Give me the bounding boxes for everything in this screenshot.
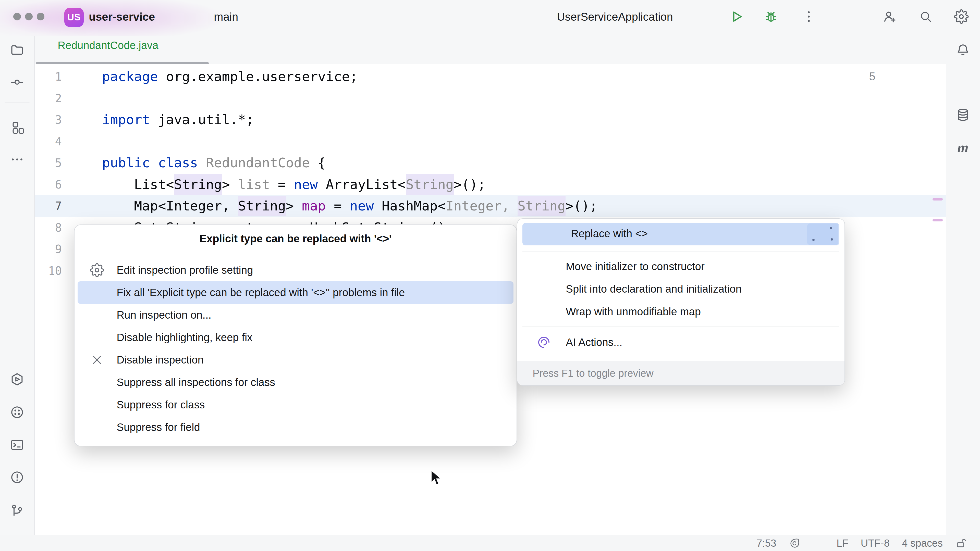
code-text: package org.example.userservice; — [102, 66, 358, 87]
line-number[interactable]: 9 — [35, 238, 62, 260]
menu-item[interactable]: Split into declaration and initializatio… — [517, 278, 845, 300]
file-encoding[interactable]: UTF-8 — [861, 537, 890, 549]
project-name[interactable]: user-service — [89, 11, 155, 23]
menu-item-label: Wrap with unmodifiable map — [566, 306, 701, 318]
chevron-down-icon[interactable] — [160, 13, 170, 23]
hand-cursor-icon — [815, 227, 830, 241]
caret-position[interactable]: 7:53 — [756, 537, 776, 549]
main-toolbar: US user-service main UserServiceApplicat… — [0, 0, 980, 36]
ai-assistant-icon[interactable] — [956, 75, 970, 89]
line-number[interactable]: 1 — [35, 66, 62, 87]
menu-item[interactable]: AI Actions... — [517, 331, 845, 354]
menu-item[interactable]: Edit inspection profile setting — [78, 259, 514, 281]
more-vertical-icon[interactable] — [801, 9, 816, 24]
git-branch-icon[interactable] — [10, 503, 24, 518]
indent-style[interactable]: 4 spaces — [902, 537, 943, 549]
menu-item-replace-with-diamond[interactable]: Replace with <> — [522, 223, 839, 245]
window-control-minimize-icon[interactable] — [25, 13, 33, 21]
code-line[interactable]: 1package org.example.userservice; — [35, 66, 946, 87]
menu-item-label: Split into declaration and initializatio… — [566, 283, 741, 295]
line-number[interactable]: 7 — [35, 195, 62, 217]
code-line[interactable]: 2 — [35, 87, 946, 109]
structure-icon[interactable] — [10, 120, 24, 135]
line-number[interactable]: 4 — [35, 130, 62, 152]
project-badge[interactable]: US — [64, 8, 84, 27]
git-branch-icon[interactable] — [193, 10, 208, 25]
line-number[interactable]: 10 — [35, 260, 62, 282]
footer-hint: Press F1 to toggle preview — [533, 368, 654, 379]
tab-label[interactable]: RedundantCode.java — [58, 39, 159, 52]
line-number[interactable]: 3 — [35, 109, 62, 130]
menu-item-label: Suppress all inspections for class — [117, 376, 275, 389]
chevron-down-icon[interactable] — [243, 13, 253, 23]
settings-icon[interactable] — [954, 9, 969, 24]
menu-item[interactable]: Disable highlighting, keep fix — [78, 326, 514, 349]
popup-title: Explicit type can be replaced with '<>' — [75, 233, 517, 245]
bulb-icon — [538, 227, 554, 242]
search-icon[interactable] — [918, 9, 933, 24]
menu-item[interactable]: Disable inspection — [78, 349, 514, 371]
notifications-icon[interactable] — [956, 43, 970, 57]
code-line[interactable]: 7 Map<Integer, String> map = new HashMap… — [35, 195, 946, 217]
more-horizontal-icon[interactable] — [10, 152, 24, 167]
code-line[interactable]: 3import java.util.*; — [35, 109, 946, 130]
menu-item[interactable]: Suppress all inspections for class — [78, 371, 514, 394]
chevron-down-icon[interactable] — [693, 13, 703, 23]
commit-icon[interactable] — [10, 75, 24, 89]
quick-fix-popup: Replace with <> Move initializer to cons… — [517, 218, 845, 386]
popup-separator — [522, 327, 839, 327]
intention-options-button[interactable] — [807, 224, 838, 245]
code-text: List<String> list = new ArrayList<String… — [102, 174, 486, 195]
status-bar: 7:53LFUTF-84 spaces — [0, 535, 980, 551]
terminal-icon[interactable] — [10, 437, 24, 452]
menu-item-label: Edit inspection profile setting — [117, 264, 253, 276]
line-number[interactable]: 2 — [35, 87, 62, 109]
services-icon[interactable] — [10, 372, 24, 387]
window-control-close-icon[interactable] — [13, 13, 21, 21]
code-line[interactable]: 6 List<String> list = new ArrayList<Stri… — [35, 174, 946, 195]
code-line[interactable]: 5public class RedundantCode { — [35, 152, 946, 174]
line-number[interactable]: 6 — [35, 174, 62, 195]
maven-icon[interactable]: m — [956, 140, 970, 155]
menu-item[interactable]: Move initializer to constructor — [517, 256, 845, 278]
menu-item[interactable]: Wrap with unmodifiable map — [517, 300, 845, 323]
database-icon[interactable] — [956, 107, 970, 122]
debug-icon[interactable] — [764, 9, 778, 24]
dot-icon — [830, 227, 832, 229]
endpoints-icon[interactable] — [10, 405, 24, 420]
folder-icon[interactable] — [10, 43, 24, 57]
menu-item-label: Run inspection on... — [117, 309, 211, 321]
menu-item-label: Move initializer to constructor — [566, 260, 705, 273]
code-line[interactable]: 4 — [35, 130, 946, 152]
close-icon[interactable] — [184, 44, 195, 55]
line-separator[interactable]: LF — [837, 537, 849, 549]
close-icon — [90, 353, 104, 367]
editor-tab-bar: RedundantCode.java — [35, 36, 946, 64]
line-number[interactable]: 8 — [35, 217, 62, 238]
scrollbar-inspection-mark[interactable] — [932, 198, 943, 200]
add-user-icon[interactable] — [883, 9, 897, 24]
line-number[interactable]: 5 — [35, 152, 62, 174]
code-text: public class RedundantCode { — [102, 152, 326, 174]
menu-item[interactable]: Suppress for field — [78, 416, 514, 438]
branch-name[interactable]: main — [214, 11, 238, 23]
dot-icon — [831, 238, 833, 241]
menu-item[interactable]: Fix all 'Explicit type can be replaced w… — [78, 281, 514, 304]
dot-icon — [812, 239, 815, 241]
scrollbar-inspection-mark[interactable] — [932, 219, 943, 221]
inspections-widget-icon[interactable] — [789, 537, 800, 549]
ide-window: US user-service main UserServiceApplicat… — [0, 0, 980, 551]
ai-assistant-icon[interactable] — [813, 537, 824, 549]
lock-open-icon[interactable] — [955, 537, 967, 549]
menu-item-label: Fix all 'Explicit type can be replaced w… — [117, 286, 405, 299]
problems-icon[interactable] — [10, 470, 24, 485]
popup-footer: Press F1 to toggle preview — [517, 361, 845, 385]
menu-item[interactable]: Suppress for class — [78, 394, 514, 416]
more-vertical-icon[interactable] — [919, 43, 932, 56]
run-icon[interactable] — [729, 9, 744, 24]
run-configuration[interactable]: UserServiceApplication — [557, 11, 673, 23]
mouse-cursor — [430, 469, 442, 487]
spring-boot-icon — [535, 9, 552, 26]
window-control-zoom-icon[interactable] — [37, 13, 45, 21]
menu-item[interactable]: Run inspection on... — [78, 304, 514, 326]
